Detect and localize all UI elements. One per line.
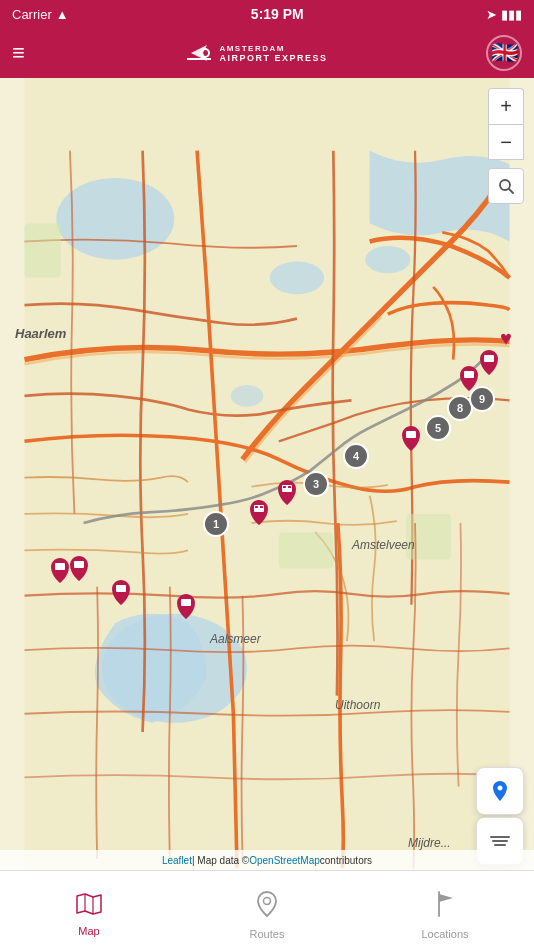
map-icon xyxy=(76,893,102,915)
bus-pin-h[interactable] xyxy=(110,578,132,610)
locate-icon xyxy=(488,779,512,803)
tab-locations[interactable]: Locations xyxy=(356,882,534,940)
favorite-icon[interactable]: ♥ xyxy=(500,327,512,350)
flag-icon xyxy=(433,890,457,918)
svg-rect-15 xyxy=(260,506,263,508)
cluster-pin-4[interactable]: 4 xyxy=(343,443,369,469)
svg-rect-19 xyxy=(283,486,286,488)
bus-pin-g[interactable] xyxy=(68,554,90,586)
tab-routes-label: Routes xyxy=(250,928,285,940)
search-icon xyxy=(498,178,514,194)
svg-point-17 xyxy=(262,513,264,515)
bus-pin-c[interactable] xyxy=(400,424,422,456)
zoom-out-button[interactable]: − xyxy=(488,124,524,160)
locate-button[interactable] xyxy=(476,767,524,815)
city-label-aalsmeer: Aalsmeer xyxy=(210,632,261,646)
cluster-pin-1[interactable]: 1 xyxy=(203,511,229,537)
svg-rect-24 xyxy=(55,563,65,570)
svg-rect-20 xyxy=(288,486,291,488)
svg-point-28 xyxy=(264,897,271,904)
app-logo: AMSTERDAM AIRPORT EXPRESS xyxy=(183,37,327,69)
svg-rect-26 xyxy=(116,585,126,592)
status-bar: Carrier ▲ 5:19 PM ➤ ▮▮▮ xyxy=(0,0,534,28)
bus-pin-i[interactable] xyxy=(175,592,197,624)
tab-locations-label: Locations xyxy=(421,928,468,940)
layers-icon xyxy=(490,836,510,846)
svg-rect-14 xyxy=(255,506,258,508)
city-label-mijdrecht: Mijdre... xyxy=(408,836,451,850)
bus-pin-e[interactable] xyxy=(478,348,500,380)
map-tab-icon xyxy=(76,893,102,921)
menu-button[interactable]: ≡ xyxy=(12,40,25,66)
map-background xyxy=(0,78,534,870)
osm-link[interactable]: OpenStreetMap xyxy=(249,855,320,866)
routes-tab-icon xyxy=(255,890,279,924)
svg-point-3 xyxy=(56,178,174,260)
svg-rect-23 xyxy=(484,355,494,362)
svg-point-7 xyxy=(231,385,264,407)
svg-point-6 xyxy=(365,246,410,273)
svg-point-5 xyxy=(270,261,324,294)
carrier-info: Carrier ▲ xyxy=(12,7,69,22)
bus-pin-d[interactable] xyxy=(458,364,480,396)
leaflet-link[interactable]: Leaflet xyxy=(162,855,192,866)
search-button[interactable] xyxy=(488,168,524,204)
tab-map-label: Map xyxy=(78,925,99,937)
cluster-pin-3[interactable]: 3 xyxy=(303,471,329,497)
map-attribution: Leaflet | Map data © OpenStreetMap contr… xyxy=(0,850,534,870)
svg-rect-10 xyxy=(406,514,451,559)
status-right-icons: ➤ ▮▮▮ xyxy=(486,7,522,22)
status-time: 5:19 PM xyxy=(251,6,304,22)
tab-bar: Map Routes Locations xyxy=(0,870,534,950)
svg-rect-8 xyxy=(24,223,60,277)
svg-point-16 xyxy=(255,513,257,515)
toolbar: ≡ AMSTERDAM AIRPORT EXPRESS 🇬🇧 xyxy=(0,28,534,78)
svg-line-12 xyxy=(509,189,513,193)
svg-rect-9 xyxy=(279,532,333,568)
city-label-amstelveen: Amstelveen xyxy=(352,538,415,552)
svg-rect-22 xyxy=(464,371,474,378)
map-container[interactable]: + − Haarlem Amstelveen Aalsmeer Uithoorn… xyxy=(0,78,534,870)
logo-line2: AIRPORT EXPRESS xyxy=(219,53,327,63)
bus-pin-a[interactable] xyxy=(248,498,270,530)
wifi-icon: ▲ xyxy=(56,7,69,22)
zoom-controls: + − xyxy=(488,88,524,204)
city-label-haarlem: Haarlem xyxy=(15,326,66,341)
city-label-uithoorn: Uithoorn xyxy=(335,698,380,712)
locations-tab-icon xyxy=(433,890,457,924)
svg-rect-27 xyxy=(181,599,191,606)
tab-map[interactable]: Map xyxy=(0,885,178,937)
zoom-in-button[interactable]: + xyxy=(488,88,524,124)
carrier-text: Carrier xyxy=(12,7,52,22)
svg-rect-21 xyxy=(406,431,416,438)
logo-line1: AMSTERDAM xyxy=(219,44,285,53)
location-icon: ➤ xyxy=(486,7,497,22)
language-selector[interactable]: 🇬🇧 xyxy=(486,35,522,71)
bus-pin-b[interactable] xyxy=(276,478,298,510)
tab-routes[interactable]: Routes xyxy=(178,882,356,940)
pin-icon xyxy=(255,890,279,918)
cluster-pin-5[interactable]: 5 xyxy=(425,415,451,441)
svg-rect-25 xyxy=(74,561,84,568)
battery-icon: ▮▮▮ xyxy=(501,7,522,22)
plane-icon xyxy=(183,37,215,69)
